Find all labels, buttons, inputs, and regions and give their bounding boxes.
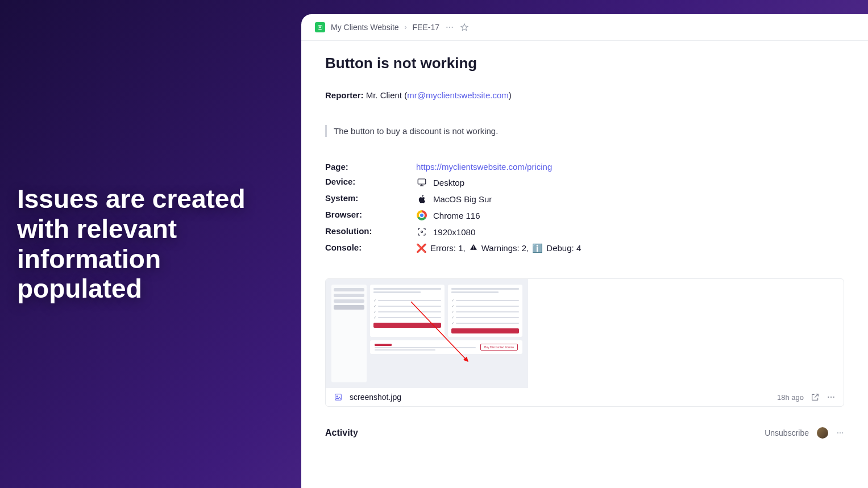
meta-page-link[interactable]: https://myclientswebsite.com/pricing: [416, 162, 552, 172]
issue-panel: My Clients Website › FEE-17 Button is no…: [301, 14, 868, 488]
svg-rect-6: [418, 179, 426, 184]
reporter-line: Reporter: Mr. Client (mr@myclientswebsit…: [325, 90, 844, 100]
activity-more-icon[interactable]: [836, 429, 844, 437]
meta-browser-label: Browser:: [325, 210, 402, 221]
console-errors-text: Errors: 1,: [430, 243, 466, 253]
error-icon: ❌: [416, 243, 427, 253]
open-external-icon[interactable]: [811, 393, 820, 402]
info-icon: ℹ️: [532, 243, 543, 253]
svg-point-15: [833, 397, 834, 398]
svg-point-12: [337, 396, 338, 397]
meta-page-label: Page:: [325, 162, 402, 172]
meta-grid: Page: https://myclientswebsite.com/prici…: [325, 162, 844, 253]
svg-point-17: [840, 432, 841, 433]
meta-console-label: Console:: [325, 243, 402, 253]
attachment-more-icon[interactable]: [827, 393, 836, 402]
console-warnings-text: Warnings: 2,: [481, 243, 529, 253]
breadcrumb-separator: ›: [405, 23, 407, 31]
svg-point-14: [830, 397, 832, 398]
reporter-label: Reporter:: [325, 90, 364, 100]
reporter-email-link[interactable]: mr@myclientswebsite.com: [407, 90, 509, 100]
reporter-name: Mr. Client: [366, 90, 402, 100]
svg-point-3: [449, 27, 450, 28]
meta-resolution-label: Resolution:: [325, 226, 402, 237]
meta-console-value: ❌ Errors: 1, Warnings: 2, ℹ️ Debug: 4: [402, 243, 844, 253]
apple-icon: [416, 193, 427, 205]
svg-point-9: [421, 231, 423, 233]
attachment-thumbnail[interactable]: Buy Discounted license: [326, 279, 528, 388]
breadcrumb-issue-id[interactable]: FEE-17: [413, 23, 439, 32]
resolution-icon: [416, 226, 427, 237]
meta-browser-text: Chrome 116: [433, 211, 480, 220]
hero-headline: Issues are created with relevant informa…: [17, 184, 284, 305]
svg-point-4: [452, 27, 453, 28]
attachment-time: 18h ago: [777, 393, 804, 402]
activity-section: Activity Unsubscribe: [325, 418, 844, 439]
meta-device-label: Device:: [325, 177, 402, 188]
breadcrumb-project[interactable]: My Clients Website: [331, 23, 399, 32]
meta-system-label: System:: [325, 193, 402, 205]
meta-device-text: Desktop: [433, 178, 464, 187]
unsubscribe-button[interactable]: Unsubscribe: [765, 428, 809, 437]
attachment-card: Buy Discounted license screenshot.jpg 18…: [325, 278, 844, 407]
issue-description: The button to buy a discount is not work…: [325, 125, 844, 137]
meta-system-text: MacOS Big Sur: [433, 194, 492, 204]
more-icon[interactable]: [445, 23, 454, 32]
activity-title: Activity: [325, 428, 358, 438]
chrome-icon: [416, 210, 427, 221]
svg-point-18: [842, 432, 843, 433]
thumb-discount-button: Buy Discounted license: [480, 344, 518, 351]
breadcrumb: My Clients Website › FEE-17: [301, 14, 868, 41]
svg-marker-5: [461, 24, 468, 31]
project-icon: [315, 22, 325, 32]
svg-point-2: [446, 27, 447, 28]
svg-point-13: [828, 397, 829, 398]
desktop-icon: [416, 177, 427, 188]
warning-icon: [469, 243, 478, 253]
meta-page-value: https://myclientswebsite.com/pricing: [402, 162, 844, 172]
meta-resolution-value: 1920x1080: [402, 226, 844, 237]
meta-resolution-text: 1920x1080: [433, 227, 475, 237]
star-icon[interactable]: [460, 23, 469, 32]
meta-browser-value: Chrome 116: [402, 210, 844, 221]
user-avatar[interactable]: [817, 427, 828, 439]
meta-device-value: Desktop: [402, 177, 844, 188]
console-debug-text: Debug: 4: [546, 243, 581, 253]
image-file-icon: [334, 393, 343, 402]
issue-title: Button is not working: [325, 55, 844, 72]
svg-point-16: [837, 432, 838, 433]
meta-system-value: MacOS Big Sur: [402, 193, 844, 205]
attachment-filename[interactable]: screenshot.jpg: [350, 393, 770, 402]
svg-rect-1: [319, 27, 321, 28]
